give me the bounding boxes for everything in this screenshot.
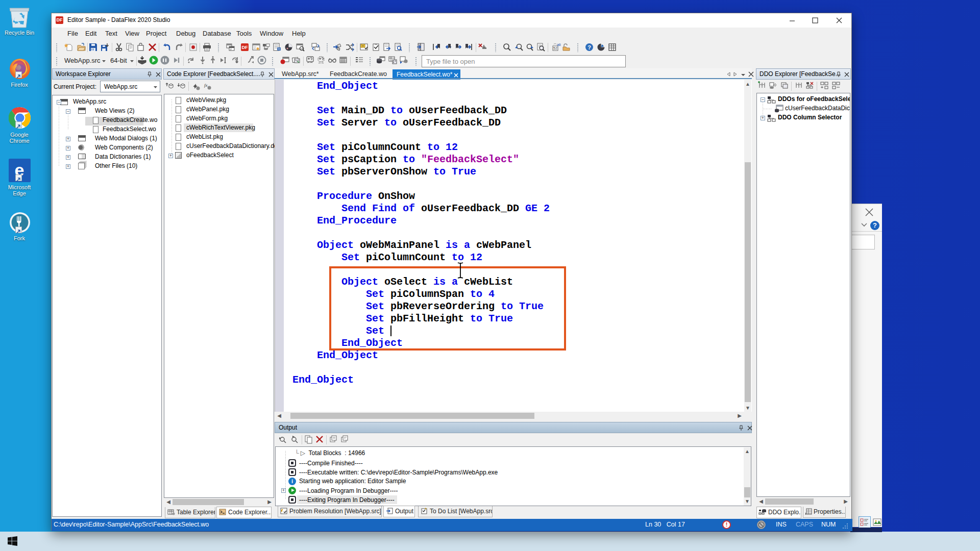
svg-text:DF: DF [242,45,248,50]
svg-text:fx: fx [204,83,208,88]
svg-text:ab: ab [557,43,561,47]
svg-text:52: 52 [553,46,557,50]
svg-text:?: ? [587,44,591,51]
